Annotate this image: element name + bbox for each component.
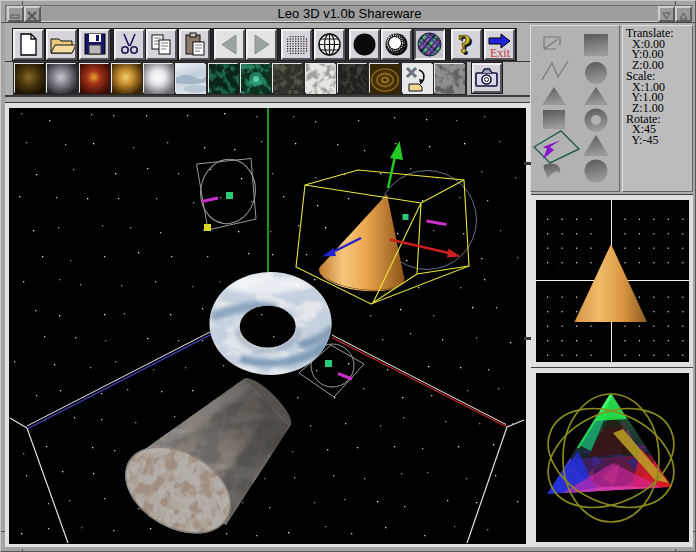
svg-text:?: ?: [458, 31, 472, 58]
svg-text:Exit: Exit: [490, 46, 511, 58]
